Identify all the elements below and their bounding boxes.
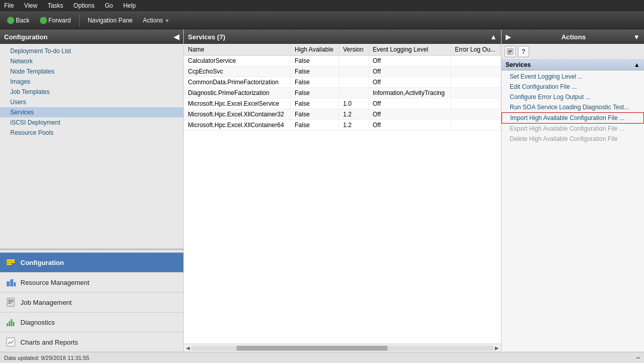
svg-rect-18 (508, 53, 511, 54)
sidebar-item-users[interactable]: Users (0, 97, 183, 107)
forward-icon (40, 17, 47, 24)
cell-event-logging: Off (368, 109, 450, 120)
col-high-available[interactable]: High Available (291, 44, 339, 56)
forward-label: Forward (49, 17, 71, 24)
sidebar-item-node-templates[interactable]: Node Templates (0, 66, 183, 77)
status-text: Data updated: 9/29/2018 11:31:55 (4, 355, 89, 361)
table-row[interactable]: CcpEchoSvc False Off (184, 66, 501, 77)
svg-rect-0 (7, 259, 15, 261)
table-row[interactable]: CalculatorService False Off (184, 56, 501, 66)
nav-item-charts-reports[interactable]: Charts and Reports (0, 332, 183, 352)
col-error-log[interactable]: Error Log Ou... (450, 44, 500, 56)
actions-expand-arrow[interactable]: ▶ (506, 33, 511, 41)
toolbar: Back Forward Navigation Pane Actions ▼ (0, 11, 644, 30)
horizontal-scrollbar-area: ◀ ▶ (184, 344, 501, 352)
table-row[interactable]: CommonData.PrimeFactorization False Off (184, 77, 501, 88)
menu-help[interactable]: Help (121, 1, 138, 10)
services-table: Name High Available Version Event Loggin… (184, 44, 501, 131)
help-icon: ? (521, 48, 525, 55)
content-expand-button[interactable]: ▲ (490, 33, 497, 41)
actions-button[interactable]: Actions ▼ (140, 15, 173, 26)
action-item[interactable]: Edit Configuration File ... (502, 82, 644, 92)
cell-error-log (450, 120, 500, 131)
sidebar-item-services[interactable]: Services (0, 107, 183, 117)
scroll-right-button[interactable]: ▶ (494, 345, 500, 351)
nav-item-job-management-label: Job Management (20, 299, 71, 306)
nav-item-diagnostics[interactable]: Diagnostics (0, 312, 183, 332)
cell-event-logging: Off (368, 66, 450, 77)
col-name[interactable]: Name (184, 44, 291, 56)
menu-go[interactable]: Go (103, 1, 115, 10)
cell-name: Microsoft.Hpc.Excel.ExcelService (184, 99, 291, 109)
actions-label: Actions (143, 17, 163, 24)
toolbar-separator (79, 14, 80, 27)
action-item: Export High Available Configuration File… (502, 124, 644, 134)
statusbar: Data updated: 9/29/2018 11:31:55 ▪▪ (0, 352, 644, 363)
cell-event-logging: Off (368, 99, 450, 109)
cell-high-available: False (291, 120, 339, 131)
actions-list: Set Event Logging Level ...Edit Configur… (502, 70, 644, 145)
table-row[interactable]: Microsoft.Hpc.Excel.XllContainer64 False… (184, 120, 501, 131)
sidebar-item-job-templates[interactable]: Job Templates (0, 87, 183, 97)
svg-rect-3 (7, 281, 10, 286)
col-event-logging[interactable]: Event Logging Level (368, 44, 450, 56)
forward-button[interactable]: Forward (37, 15, 74, 26)
actions-collapse-button[interactable]: ▼ (633, 33, 640, 41)
horizontal-scrollbar[interactable] (191, 346, 494, 351)
menu-options[interactable]: Options (71, 1, 97, 10)
cell-event-logging: Off (368, 120, 450, 131)
nav-item-configuration-label: Configuration (20, 259, 64, 267)
menu-view[interactable]: View (22, 1, 39, 10)
svg-rect-9 (8, 303, 11, 304)
table-row[interactable]: Microsoft.Hpc.Excel.ExcelService False 1… (184, 99, 501, 109)
action-item[interactable]: Run SOA Service Loading Diagnostic Test.… (502, 102, 644, 112)
nav-item-configuration[interactable]: Configuration (0, 252, 183, 272)
cell-error-log (450, 77, 500, 88)
actions-header: ▶ Actions ▼ (502, 30, 644, 44)
content-title: Services (7) (188, 33, 225, 41)
navigation-pane-button[interactable]: Navigation Pane (85, 15, 136, 26)
svg-rect-4 (10, 279, 13, 286)
nav-item-job-management[interactable]: Job Management (0, 292, 183, 312)
sidebar-item-deployment-todo[interactable]: Deployment To-do List (0, 46, 183, 56)
actions-properties-button[interactable] (505, 46, 516, 57)
content-area: Services (7) ▲ Name High Available Versi… (184, 30, 501, 352)
statusbar-indicator: ▪▪ (636, 355, 640, 360)
svg-rect-2 (7, 263, 12, 265)
menubar: File View Tasks Options Go Help (0, 0, 644, 11)
cell-error-log (450, 66, 500, 77)
action-item[interactable]: Configure Error Log Output ... (502, 92, 644, 102)
cell-error-log (450, 109, 500, 120)
action-item[interactable]: Set Event Logging Level ... (502, 71, 644, 82)
services-table-area[interactable]: Name High Available Version Event Loggin… (184, 44, 501, 344)
table-row[interactable]: Microsoft.Hpc.Excel.XllContainer32 False… (184, 109, 501, 120)
nav-item-resource-management[interactable]: Resource Management (0, 272, 183, 292)
sidebar-item-images[interactable]: Images (0, 77, 183, 87)
actions-section-toggle[interactable]: ▲ (634, 61, 640, 68)
cell-name: CcpEchoSvc (184, 66, 291, 77)
cell-event-logging: Off (368, 77, 450, 88)
back-button[interactable]: Back (4, 15, 33, 26)
sidebar-collapse-button[interactable]: ◀ (174, 33, 179, 41)
sidebar-item-iscsi[interactable]: iSCSI Deployment (0, 117, 183, 128)
sidebar-item-network[interactable]: Network (0, 56, 183, 66)
nav-item-diagnostics-label: Diagnostics (20, 319, 55, 326)
actions-help-button[interactable]: ? (518, 46, 529, 57)
actions-title: Actions (561, 33, 586, 41)
menu-tasks[interactable]: Tasks (45, 1, 65, 10)
menu-file[interactable]: File (2, 1, 16, 10)
job-management-icon (5, 297, 16, 308)
action-item[interactable]: Import High Available Configuration File… (502, 112, 644, 124)
cell-high-available: False (291, 56, 339, 66)
svg-rect-8 (8, 301, 13, 302)
cell-name: CalculatorService (184, 56, 291, 66)
action-item: Delete High Available Configuration File (502, 134, 644, 144)
svg-rect-7 (8, 300, 13, 301)
actions-panel: ▶ Actions ▼ ? Services ▲ Set Event Loggi… (501, 30, 644, 352)
col-version[interactable]: Version (339, 44, 368, 56)
scroll-left-button[interactable]: ◀ (185, 345, 191, 351)
sidebar-item-resource-pools[interactable]: Resource Pools (0, 128, 183, 138)
cell-version (339, 56, 368, 66)
actions-dropdown-arrow: ▼ (164, 18, 170, 23)
table-row[interactable]: Diagnostic.PrimeFactorization False Info… (184, 88, 501, 99)
